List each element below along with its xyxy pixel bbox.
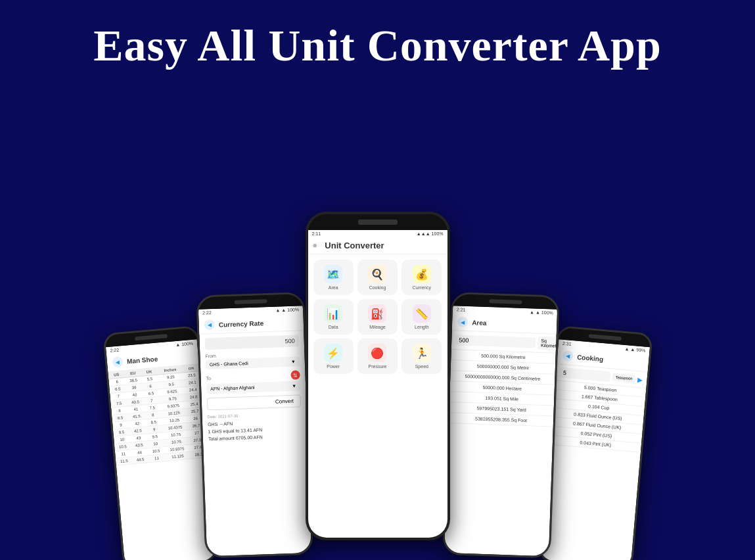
phone1-header-title: Man Shoe	[126, 355, 158, 365]
unit-converter-item-label: Cooking	[369, 285, 386, 290]
currency-input-value[interactable]: 500	[204, 335, 299, 350]
phone3-header: ≡ Unit Converter	[308, 237, 447, 254]
unit-converter-item[interactable]: 📊Data	[313, 299, 354, 335]
phone5-notch-bar	[588, 334, 621, 340]
phone3-status-bar: 2:11 ▲▲▲ 100%	[308, 230, 447, 237]
phone-currency: 2:22 ▲ ▲ 100% ◀ Currency Rate 500 From G…	[196, 292, 313, 559]
unit-converter-item[interactable]: 🏃Speed	[401, 338, 442, 374]
area-input-field[interactable]	[455, 335, 536, 348]
shoe-table-cell: 11	[148, 454, 165, 463]
unit-converter-grid: 🗺️Area🍳Cooking💰Currency📊Data⛽Mileage📏Len…	[308, 254, 447, 379]
phone-area: 2:21 ▲ ▲ 100% ◀ Area Sq Kilometre▼ ▶ 500…	[442, 292, 559, 559]
unit-converter-item[interactable]: ⛽Mileage	[357, 299, 398, 335]
shoe-table: US EU UK Inches cm 638.55.59.2523.56.539…	[108, 364, 207, 466]
phone2-signal-icon: ▲ ▲	[275, 308, 286, 313]
phones-container: 2:22 ▲ 100% ◀ Man Shoe US EU UK Inches	[0, 225, 755, 560]
phone2-time: 2:22	[202, 310, 212, 315]
main-title: Easy All Unit Converter App	[0, 0, 755, 72]
phone5-header-title: Cooking	[576, 353, 603, 362]
unit-converter-item-label: Currency	[413, 285, 431, 290]
phone5-battery: 99%	[636, 348, 646, 353]
phone4-status-icons: ▲ ▲ 100%	[530, 310, 553, 315]
unit-converter-item-icon: ⛽	[368, 304, 386, 323]
area-unit-select[interactable]: Sq Kilometre▼	[537, 337, 557, 351]
convert-btn-wrapper: Convert	[206, 394, 301, 410]
unit-converter-item-icon: 🔴	[368, 344, 386, 362]
phone1-status-icons: ▲ 100%	[175, 341, 193, 347]
unit-converter-item[interactable]: 💰Currency	[401, 260, 442, 295]
phone2-back-arrow[interactable]: ◀	[204, 319, 215, 331]
phone2-screen: 2:22 ▲ ▲ 100% ◀ Currency Rate 500 From G…	[198, 306, 311, 556]
unit-converter-item-label: Data	[329, 325, 338, 329]
phone4-battery: 100%	[541, 310, 553, 315]
phone5-time: 2:31	[562, 341, 571, 346]
to-currency-select[interactable]: AFN - Afghan Afghani ▼	[206, 381, 300, 394]
cooking-input-field[interactable]	[559, 367, 610, 383]
phone1-time: 2:22	[110, 348, 119, 353]
phone5-signal-icon: ▲ ▲	[624, 346, 635, 352]
unit-converter-item-icon: 📏	[413, 304, 431, 323]
phone2-battery: 100%	[287, 307, 299, 312]
from-currency-chevron: ▼	[290, 360, 295, 364]
hamburger-icon[interactable]: ≡	[313, 242, 317, 249]
unit-converter-item[interactable]: 📏Length	[401, 299, 442, 335]
phone5-back-arrow[interactable]: ◀	[562, 350, 573, 362]
unit-converter-item[interactable]: 🍳Cooking	[357, 260, 398, 295]
cooking-next-arrow[interactable]: ▶	[637, 375, 643, 383]
unit-converter-item-label: Length	[415, 325, 428, 329]
unit-converter-item-icon: 🗺️	[324, 265, 342, 283]
phone3-status-icons: ▲▲▲ 100%	[417, 231, 444, 236]
phone1-back-arrow[interactable]: ◀	[112, 356, 123, 367]
phone4-notch-bar	[488, 299, 521, 304]
cooking-unit-select[interactable]: Teaspoon	[612, 373, 636, 383]
phone4-header-title: Area	[472, 319, 487, 327]
phone3-notch-bar	[358, 220, 398, 225]
phone4-signal-icon: ▲ ▲	[530, 310, 540, 315]
to-currency-value: AFN - Afghan Afghani	[210, 385, 255, 391]
phone2-status-icons: ▲ ▲ 100%	[275, 307, 299, 312]
shoe-table-cell: 44.5	[131, 455, 149, 464]
unit-converter-item-label: Speed	[415, 364, 428, 369]
phone1-notch-bar	[134, 334, 167, 340]
swap-button[interactable]: ⇅	[290, 370, 300, 379]
unit-converter-item-label: Pressure	[368, 364, 386, 369]
phone2-notch-bar	[234, 299, 267, 304]
phone3-header-title: Unit Converter	[325, 241, 384, 250]
phone3-time: 2:11	[312, 231, 321, 236]
unit-converter-item[interactable]: 🗺️Area	[313, 260, 354, 295]
phone1-battery: 100%	[181, 341, 193, 347]
unit-converter-item-icon: 💰	[413, 265, 431, 283]
convert-result: Date: 2021-07-30 GHS →AFN 1 GHS equal to…	[207, 411, 302, 442]
unit-converter-item-label: Area	[329, 285, 338, 290]
area-results: 500.000 Sq Kilometre500000000.000 Sq Met…	[448, 350, 555, 427]
phone1-signal-icon: ▲	[175, 342, 181, 347]
from-currency-select[interactable]: GHS - Ghana Cedi ▼	[205, 356, 299, 369]
phone3-screen: 2:11 ▲▲▲ 100% ≡ Unit Converter 🗺️Area🍳Co…	[308, 230, 447, 538]
unit-converter-item[interactable]: ⚡Power	[313, 338, 354, 374]
shoe-table-cell: 11.125	[164, 452, 191, 461]
phone4-time: 2:21	[456, 307, 465, 312]
phone3-notch	[308, 214, 447, 230]
unit-converter-item-icon: 🏃	[413, 344, 431, 362]
convert-button[interactable]: Convert	[206, 394, 301, 410]
phone5-status-icons: ▲ ▲ 99%	[624, 346, 645, 353]
phone4-screen: 2:21 ▲ ▲ 100% ◀ Area Sq Kilometre▼ ▶ 500…	[444, 306, 557, 556]
unit-converter-item-icon: 📊	[324, 304, 342, 323]
cooking-results: 5.000 Teaspoon1.667 Tablespoon0.104 Cup0…	[549, 381, 646, 453]
phone3-battery: 100%	[432, 231, 444, 236]
phone4-back-arrow[interactable]: ◀	[457, 316, 469, 327]
unit-converter-item-label: Power	[327, 364, 340, 369]
to-label-text: To	[206, 376, 211, 381]
unit-converter-item-icon: ⚡	[324, 344, 342, 362]
phone3-signal-icon: ▲▲▲	[417, 231, 430, 236]
phone-unit-converter: 2:11 ▲▲▲ 100% ≡ Unit Converter 🗺️Area🍳Co…	[306, 212, 450, 540]
unit-converter-item[interactable]: 🔴Pressure	[357, 338, 398, 374]
unit-converter-item-label: Mileage	[369, 325, 386, 329]
phone2-header-title: Currency Rate	[218, 319, 263, 328]
unit-converter-item-icon: 🍳	[368, 265, 386, 283]
shoe-table-cell: 11.5	[115, 457, 132, 465]
to-currency-chevron: ▼	[292, 384, 296, 388]
phone2-content: 500 From GHS - Ghana Cedi ▼ To ⇅ AFN - A…	[199, 331, 308, 447]
from-currency-value: GHS - Ghana Cedi	[209, 361, 248, 367]
